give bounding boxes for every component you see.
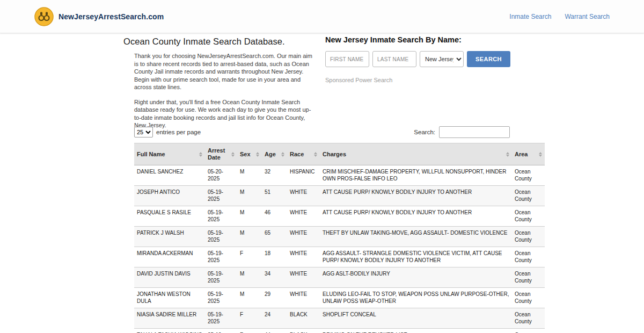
column-label: Race — [290, 151, 304, 158]
table-row: TAHAI A TASHIA WIGGINS05-19-2025F44BLACK… — [134, 329, 545, 333]
cell-area: Ocean County — [512, 247, 545, 267]
cell-charges: ATT CAUSE PURP/ KNOWLY BODILY INJURY TO … — [320, 186, 512, 206]
cell-area: Ocean County — [512, 288, 545, 308]
site-logo[interactable]: NewJerseyArrestSearch.com — [34, 7, 164, 26]
cell-arrest-date: 05-20-2025 — [205, 165, 237, 186]
column-header-full-name[interactable]: Full Name — [134, 143, 205, 165]
cell-age: 32 — [262, 165, 287, 186]
cell-full-name: MIRANDA ACKERMAN — [134, 247, 205, 267]
table-search-label: Search: — [414, 129, 435, 135]
column-header-arrest-date[interactable]: Arrest Date — [205, 143, 237, 165]
cell-charges: AGG ASLT-BODILY INJURY — [320, 267, 512, 288]
column-header-charges[interactable]: Charges — [320, 143, 512, 165]
table-row: NIASIA SADIRE MILLER05-19-2025F24BLACKSH… — [134, 308, 545, 329]
top-nav: Inmate Search Warrant Search — [509, 13, 610, 20]
nav-warrant-search[interactable]: Warrant Search — [565, 13, 610, 20]
table-row: PATRICK J WALSH05-19-2025M65WHITETHEFT B… — [134, 227, 545, 247]
cell-area: Ocean County — [512, 267, 545, 288]
cell-sex: F — [237, 308, 262, 329]
cell-age: 24 — [262, 308, 287, 329]
cell-full-name: PASQUALE S RASILE — [134, 206, 205, 227]
sort-icon[interactable] — [231, 152, 235, 157]
entries-control: 25 entries per page — [134, 127, 201, 137]
column-header-race[interactable]: Race — [287, 143, 320, 165]
inmate-table: Full NameArrest DateSexAgeRaceChargesAre… — [134, 143, 545, 333]
site-name[interactable]: NewJerseyArrestSearch.com — [58, 12, 164, 21]
cell-full-name: DAVID JUSTIN DAVIS — [134, 267, 205, 288]
cell-sex: M — [237, 206, 262, 227]
cell-area: Ocean County — [512, 227, 545, 247]
cell-full-name: JONATHAN WESTON DULA — [134, 288, 205, 308]
cell-race: WHITE — [287, 267, 320, 288]
sort-icon[interactable] — [199, 152, 202, 157]
intro-paragraph-1: Thank you for choosing NewJerseyArrestSe… — [134, 52, 312, 91]
table-row: DAVID JUSTIN DAVIS05-19-2025M34WHITEAGG … — [134, 267, 545, 288]
inmate-table-head: Full NameArrest DateSexAgeRaceChargesAre… — [134, 143, 545, 165]
last-name-input[interactable] — [372, 51, 416, 67]
cell-sex: M — [237, 186, 262, 206]
column-label: Full Name — [137, 151, 165, 158]
cell-full-name: DANIEL SANCHEZ — [134, 165, 205, 186]
cell-arrest-date: 05-19-2025 — [205, 288, 237, 308]
cell-sex: M — [237, 165, 262, 186]
logo-icon — [34, 7, 54, 26]
cell-arrest-date: 05-19-2025 — [205, 308, 237, 329]
table-search-input[interactable] — [439, 126, 510, 138]
first-name-input[interactable] — [325, 51, 369, 67]
cell-charges: ATT CAUSE PURP/ KNOWLY BODILY INJURY TO … — [320, 206, 512, 227]
column-label: Arrest Date — [208, 147, 229, 161]
cell-age: 46 — [262, 206, 287, 227]
cell-arrest-date: 05-19-2025 — [205, 186, 237, 206]
column-header-age[interactable]: Age — [262, 143, 287, 165]
cell-age: 34 — [262, 267, 287, 288]
cell-race: BLACK — [287, 329, 320, 333]
cell-sex: M — [237, 267, 262, 288]
cell-arrest-date: 05-19-2025 — [205, 247, 237, 267]
column-label: Charges — [323, 151, 346, 158]
cell-full-name: TAHAI A TASHIA WIGGINS — [134, 329, 205, 333]
table-controls: 25 entries per page Search: — [134, 126, 510, 138]
name-search-title: New Jersey Inmate Search By Name: — [325, 35, 511, 44]
sort-icon[interactable] — [539, 152, 542, 157]
sort-icon[interactable] — [281, 152, 284, 157]
entries-per-page-select[interactable]: 25 — [134, 127, 153, 137]
intro-text: Thank you for choosing NewJerseyArrestSe… — [123, 52, 312, 129]
column-header-sex[interactable]: Sex — [237, 143, 262, 165]
sort-icon[interactable] — [256, 152, 259, 157]
cell-age: 29 — [262, 288, 287, 308]
cell-charges: ELUDING LEO-FAIL TO STOP, WEAPON POSS UN… — [320, 288, 512, 308]
cell-race: WHITE — [287, 206, 320, 227]
table-row: JONATHAN WESTON DULA05-19-2025M29WHITEEL… — [134, 288, 545, 308]
cell-age: 44 — [262, 329, 287, 333]
cell-charges: THEFT BY UNLAW TAKING-MOVE, AGG ASSAULT-… — [320, 227, 512, 247]
column-label: Sex — [240, 151, 251, 158]
column-label: Age — [265, 151, 276, 158]
cell-full-name: JOSEPH ANTICO — [134, 186, 205, 206]
column-label: Area — [515, 151, 528, 158]
cell-sex: F — [237, 329, 262, 333]
state-select[interactable]: New Jersey — [420, 51, 464, 67]
sort-icon[interactable] — [506, 152, 509, 157]
cell-race: WHITE — [287, 288, 320, 308]
page-title: Ocean County Inmate Search Database. — [123, 37, 312, 47]
cell-charges: CRIM MISCHIEF-DAMAGE PROPERTY, WILLFUL N… — [320, 165, 512, 186]
table-row: JOSEPH ANTICO05-19-2025M51WHITEATT CAUSE… — [134, 186, 545, 206]
cell-sex: M — [237, 227, 262, 247]
table-row: DANIEL SANCHEZ05-20-2025M32HISPANICCRIM … — [134, 165, 545, 186]
cell-age: 65 — [262, 227, 287, 247]
cell-full-name: PATRICK J WALSH — [134, 227, 205, 247]
cell-race: BLACK — [287, 308, 320, 329]
column-header-area[interactable]: Area — [512, 143, 545, 165]
sort-icon[interactable] — [314, 152, 317, 157]
intro-paragraph-2: Right under that, you'll find a free Oce… — [134, 98, 312, 129]
cell-age: 51 — [262, 186, 287, 206]
table-header-row: Full NameArrest DateSexAgeRaceChargesAre… — [134, 143, 545, 165]
name-search-form: New Jersey SEARCH — [325, 51, 511, 67]
table-row: MIRANDA ACKERMAN05-19-2025F18WHITEAGG AS… — [134, 247, 545, 267]
cell-race: WHITE — [287, 227, 320, 247]
sponsored-text: Sponsored Power Search — [325, 77, 511, 83]
cell-full-name: NIASIA SADIRE MILLER — [134, 308, 205, 329]
entries-label: entries per page — [156, 129, 201, 135]
search-button[interactable]: SEARCH — [467, 51, 510, 67]
nav-inmate-search[interactable]: Inmate Search — [509, 13, 551, 20]
